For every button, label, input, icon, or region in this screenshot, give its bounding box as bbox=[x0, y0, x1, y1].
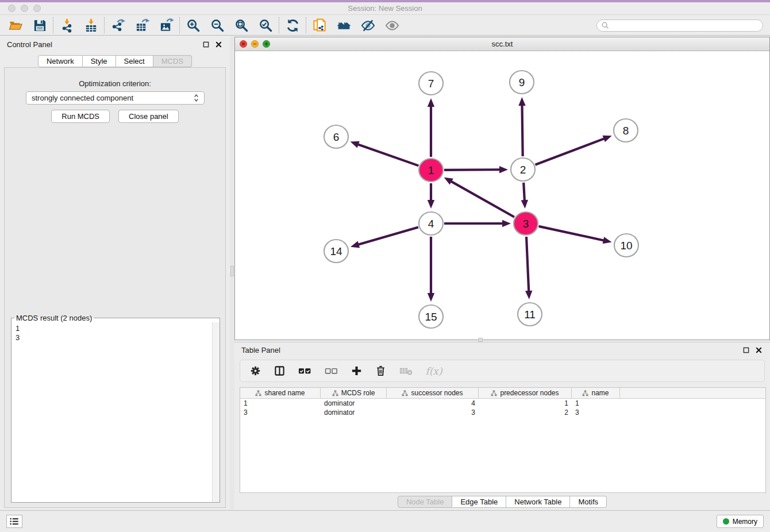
import-network-icon[interactable] bbox=[55, 17, 79, 34]
export-network-icon[interactable] bbox=[106, 17, 130, 34]
table-cell[interactable]: 1 bbox=[479, 399, 572, 408]
graph-node-15[interactable]: 15 bbox=[419, 305, 443, 328]
network-window: scc.txt 7968124314101511 bbox=[234, 37, 770, 340]
edge-4-3[interactable] bbox=[444, 220, 511, 227]
close-panel-icon[interactable] bbox=[214, 40, 223, 49]
column-view-icon[interactable] bbox=[274, 364, 285, 379]
add-row-icon[interactable] bbox=[351, 364, 362, 379]
tab-mcds[interactable]: MCDS bbox=[153, 55, 192, 67]
settings-gear-icon[interactable] bbox=[250, 364, 261, 379]
hide-selected-icon[interactable] bbox=[356, 17, 380, 34]
tab-style[interactable]: Style bbox=[83, 55, 116, 67]
table-cell[interactable]: 1 bbox=[572, 399, 620, 408]
tab-network[interactable]: Network bbox=[38, 55, 83, 67]
tab-edge-table[interactable]: Edge Table bbox=[452, 496, 506, 508]
zoom-selected-icon[interactable] bbox=[253, 17, 278, 34]
export-image-icon[interactable] bbox=[154, 17, 178, 34]
mcds-result-item[interactable]: 3 bbox=[16, 333, 211, 342]
table-cell[interactable]: 1 bbox=[240, 399, 321, 408]
edge-1-7[interactable] bbox=[428, 98, 434, 157]
edge-1-4[interactable] bbox=[428, 183, 434, 209]
graph-node-6[interactable]: 6 bbox=[324, 125, 348, 148]
horizontal-divider-handle[interactable] bbox=[478, 338, 483, 342]
open-file-icon[interactable] bbox=[3, 17, 28, 34]
run-mcds-button[interactable]: Run MCDS bbox=[51, 110, 110, 123]
delete-row-icon[interactable] bbox=[375, 364, 386, 379]
close-panel-button[interactable]: Close panel bbox=[118, 110, 179, 123]
export-table-icon[interactable] bbox=[130, 17, 154, 34]
new-network-from-selection-icon[interactable] bbox=[307, 17, 332, 34]
edge-3-10[interactable] bbox=[538, 226, 611, 244]
edge-1-6[interactable] bbox=[351, 141, 419, 166]
table-cell[interactable]: 3 bbox=[572, 408, 620, 417]
search-input[interactable] bbox=[611, 21, 759, 29]
control-panel-title: Control Panel bbox=[7, 40, 198, 49]
edge-4-15[interactable] bbox=[428, 237, 434, 302]
table-cell[interactable]: 3 bbox=[387, 408, 479, 417]
column-header-name[interactable]: name bbox=[572, 388, 620, 398]
table-cell[interactable]: 2 bbox=[479, 408, 572, 417]
table-row[interactable]: 1dominator411 bbox=[240, 399, 765, 408]
table-row[interactable]: 3dominator323 bbox=[240, 408, 765, 417]
mcds-result-scrollbar[interactable] bbox=[212, 322, 220, 502]
svg-text:2: 2 bbox=[520, 164, 526, 176]
float-panel-icon[interactable] bbox=[201, 40, 210, 49]
graph-node-9[interactable]: 9 bbox=[510, 71, 534, 94]
table-cell[interactable]: 4 bbox=[387, 399, 479, 408]
task-history-button[interactable] bbox=[6, 515, 22, 528]
tab-network-table[interactable]: Network Table bbox=[506, 496, 570, 508]
edge-2-9[interactable] bbox=[518, 97, 525, 156]
apply-layout-icon[interactable] bbox=[280, 17, 305, 34]
table-cell[interactable]: dominator bbox=[321, 408, 387, 417]
edge-2-8[interactable] bbox=[536, 136, 612, 165]
toolbar-separator bbox=[279, 17, 279, 33]
edge-4-14[interactable] bbox=[351, 227, 418, 248]
save-session-icon[interactable] bbox=[28, 17, 52, 34]
vertical-split-divider[interactable] bbox=[230, 36, 234, 510]
zoom-out-icon[interactable] bbox=[205, 17, 229, 34]
tab-node-table[interactable]: Node Table bbox=[398, 496, 453, 508]
graph-node-14[interactable]: 14 bbox=[324, 240, 348, 263]
table-toolbar: f(x) bbox=[240, 360, 765, 382]
table-panel: Table Panel f(x) shared nameMCDS rolesuc… bbox=[234, 342, 770, 510]
zoom-fit-icon[interactable] bbox=[229, 17, 253, 34]
criterion-select[interactable]: strongly connected component bbox=[26, 91, 205, 105]
graph-node-2[interactable]: 2 bbox=[511, 158, 535, 181]
graph-node-7[interactable]: 7 bbox=[419, 72, 443, 95]
edge-1-2[interactable] bbox=[444, 166, 508, 173]
graph-node-8[interactable]: 8 bbox=[614, 119, 638, 142]
edge-3-11[interactable] bbox=[525, 237, 532, 299]
show-all-icon[interactable] bbox=[380, 17, 404, 34]
search-box[interactable] bbox=[596, 20, 763, 32]
graph-node-1[interactable]: 1 bbox=[419, 159, 443, 182]
deselect-all-icon[interactable] bbox=[325, 364, 338, 379]
close-table-panel-icon[interactable] bbox=[754, 345, 763, 354]
tab-motifs[interactable]: Motifs bbox=[570, 496, 607, 508]
column-header-shared-name[interactable]: shared name bbox=[240, 388, 321, 398]
network-graph[interactable]: 7968124314101511 bbox=[235, 51, 769, 340]
column-header-predecessor-nodes[interactable]: predecessor nodes bbox=[479, 388, 572, 398]
table-cell[interactable]: dominator bbox=[321, 399, 387, 408]
zoom-in-icon[interactable] bbox=[181, 17, 205, 34]
network-window-titlebar[interactable]: scc.txt bbox=[235, 37, 769, 51]
graph-node-10[interactable]: 10 bbox=[614, 234, 638, 257]
network-canvas[interactable]: 7968124314101511 bbox=[235, 51, 769, 340]
memory-button[interactable]: Memory bbox=[717, 515, 764, 528]
import-table-icon[interactable] bbox=[79, 17, 103, 34]
graph-node-3[interactable]: 3 bbox=[514, 212, 538, 235]
float-table-panel-icon[interactable] bbox=[741, 345, 750, 354]
graph-node-4[interactable]: 4 bbox=[419, 212, 443, 235]
mcds-result-item[interactable]: 1 bbox=[16, 324, 211, 333]
graph-node-11[interactable]: 11 bbox=[518, 303, 542, 326]
divider-handle[interactable] bbox=[230, 266, 234, 276]
table-cell[interactable]: 3 bbox=[240, 408, 321, 417]
memory-status-icon bbox=[723, 518, 729, 525]
edge-3-1[interactable] bbox=[444, 178, 514, 217]
column-header-mcds-role[interactable]: MCDS role bbox=[321, 388, 387, 398]
mcds-result-list[interactable]: 13 bbox=[11, 322, 211, 502]
edge-2-3[interactable] bbox=[521, 183, 528, 209]
column-header-successor-nodes[interactable]: successor nodes bbox=[387, 388, 479, 398]
tab-select[interactable]: Select bbox=[116, 55, 153, 67]
select-all-icon[interactable] bbox=[298, 364, 311, 379]
first-neighbors-icon[interactable] bbox=[332, 17, 356, 34]
